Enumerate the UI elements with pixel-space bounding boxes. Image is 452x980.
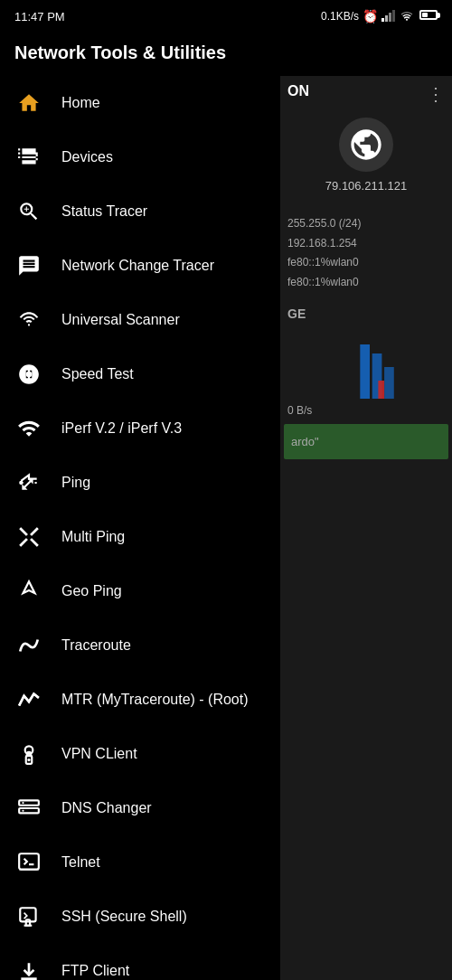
sidebar-item-speed-test[interactable]: Speed Test — [0, 347, 280, 401]
svg-point-15 — [22, 802, 24, 804]
overflow-menu-button[interactable]: ⋮ — [427, 83, 445, 105]
globe-icon — [339, 118, 393, 172]
svg-rect-13 — [19, 800, 39, 805]
signal-icon — [381, 9, 396, 24]
status-bar: 11:47 PM 0.1KB/s ⏰ — [0, 0, 452, 29]
dns-icon — [14, 794, 43, 823]
home-icon — [14, 89, 43, 118]
app-title: Network Tools & Utilities — [14, 42, 226, 63]
sidebar-item-ftp-client[interactable]: FTP Client — [0, 944, 280, 980]
svg-rect-23 — [360, 344, 370, 399]
svg-rect-2 — [389, 13, 391, 22]
sidebar-item-mtr[interactable]: MTR (MyTraceroute) - (Root) — [0, 673, 280, 727]
svg-rect-17 — [19, 853, 39, 869]
svg-rect-0 — [381, 18, 384, 22]
network-change-icon — [14, 251, 43, 280]
svg-point-16 — [22, 810, 24, 812]
devices-icon — [14, 143, 43, 172]
svg-rect-3 — [392, 10, 395, 22]
ping-icon — [14, 468, 43, 497]
svg-line-9 — [31, 539, 38, 546]
sidebar: Home Devices Status Tracer — [0, 76, 280, 980]
sidebar-label-ping: Ping — [61, 475, 90, 491]
sidebar-item-traceroute[interactable]: Traceroute — [0, 618, 280, 673]
svg-point-5 — [19, 481, 23, 485]
geo-ping-icon — [14, 577, 43, 606]
sidebar-item-ssh[interactable]: SSH (Secure Shell) — [0, 890, 280, 944]
ge-label: GE — [280, 299, 452, 328]
status-time: 11:47 PM — [14, 10, 65, 24]
svg-line-7 — [31, 528, 38, 535]
sidebar-item-status-tracer[interactable]: Status Tracer — [0, 184, 280, 239]
content-area: ⋮ ON 79.106.211.121 255.255.0 (/24) 192.… — [280, 76, 452, 980]
sidebar-item-multi-ping[interactable]: Multi Ping — [0, 510, 280, 564]
network-detail-0: 255.255.0 (/24) — [287, 214, 445, 234]
sidebar-label-mtr: MTR (MyTraceroute) - (Root) — [61, 692, 249, 708]
sidebar-label-geo-ping: Geo Ping — [61, 583, 122, 599]
sidebar-label-home: Home — [61, 95, 100, 111]
sidebar-item-geo-ping[interactable]: Geo Ping — [0, 564, 280, 618]
sidebar-label-ssh: SSH (Secure Shell) — [61, 909, 187, 925]
sidebar-item-dns-changer[interactable]: DNS Changer — [0, 781, 280, 835]
network-detail-3: fe80::1%wlan0 — [287, 273, 445, 293]
svg-line-8 — [20, 539, 27, 546]
sidebar-item-home[interactable]: Home — [0, 76, 280, 130]
sidebar-label-devices: Devices — [61, 149, 113, 165]
sidebar-label-ftp-client: FTP Client — [61, 963, 129, 979]
multi-ping-icon — [14, 523, 43, 551]
sidebar-item-devices[interactable]: Devices — [0, 130, 280, 184]
sidebar-label-universal-scanner: Universal Scanner — [61, 312, 180, 328]
ip-panel: 79.106.211.121 — [280, 103, 452, 207]
alarm-icon: ⏰ — [363, 9, 378, 24]
svg-rect-25 — [384, 367, 394, 399]
sidebar-label-multi-ping: Multi Ping — [61, 529, 125, 545]
svg-line-6 — [20, 528, 27, 535]
speed-test-icon — [14, 360, 43, 389]
vpn-icon — [14, 740, 43, 768]
svg-rect-14 — [19, 808, 39, 813]
svg-point-4 — [26, 372, 33, 378]
sidebar-label-iperf: iPerf V.2 / iPerf V.3 — [61, 420, 182, 437]
ssh-icon — [14, 902, 43, 931]
svg-point-12 — [27, 759, 30, 761]
speed-indicator: 0.1KB/s — [321, 10, 359, 23]
universal-scanner-icon — [14, 306, 43, 335]
speed-value-label: 0 B/s — [280, 400, 452, 420]
sidebar-label-telnet: Telnet — [61, 854, 100, 871]
svg-rect-26 — [378, 381, 384, 399]
sidebar-item-telnet[interactable]: Telnet — [0, 835, 280, 890]
traceroute-icon — [14, 631, 43, 660]
sidebar-label-traceroute: Traceroute — [61, 637, 131, 654]
ftp-icon — [14, 956, 43, 980]
status-tracer-icon — [14, 197, 43, 226]
mtr-icon — [14, 685, 43, 714]
sidebar-label-speed-test: Speed Test — [61, 366, 134, 382]
status-icons: 0.1KB/s ⏰ — [321, 9, 438, 24]
svg-rect-1 — [385, 15, 388, 22]
sidebar-label-network-change-tracer: Network Change Tracer — [61, 258, 214, 274]
wifi-icon — [400, 9, 414, 24]
sidebar-item-ping[interactable]: Ping — [0, 456, 280, 510]
battery-icon — [418, 10, 438, 23]
sidebar-label-vpn-client: VPN CLient — [61, 746, 137, 762]
main-layout: Home Devices Status Tracer — [0, 76, 452, 980]
sidebar-item-network-change-tracer[interactable]: Network Change Tracer — [0, 239, 280, 293]
sidebar-label-dns-changer: DNS Changer — [61, 800, 152, 816]
sidebar-item-vpn-client[interactable]: VPN CLient — [0, 727, 280, 781]
hostname-tag: ardo" — [284, 424, 448, 459]
sidebar-item-universal-scanner[interactable]: Universal Scanner — [0, 293, 280, 347]
network-details: 255.255.0 (/24) 192.168.1.254 fe80::1%wl… — [280, 207, 452, 299]
iperf-icon — [14, 414, 43, 443]
ip-address: 79.106.211.121 — [325, 179, 407, 193]
app-header: Network Tools & Utilities — [0, 29, 452, 76]
network-detail-2: fe80::1%wlan0 — [287, 253, 445, 273]
telnet-icon — [14, 848, 43, 877]
network-detail-1: 192.168.1.254 — [287, 234, 445, 254]
speed-chart — [280, 328, 452, 400]
sidebar-label-status-tracer: Status Tracer — [61, 203, 147, 220]
sidebar-item-iperf[interactable]: iPerf V.2 / iPerf V.3 — [0, 401, 280, 456]
